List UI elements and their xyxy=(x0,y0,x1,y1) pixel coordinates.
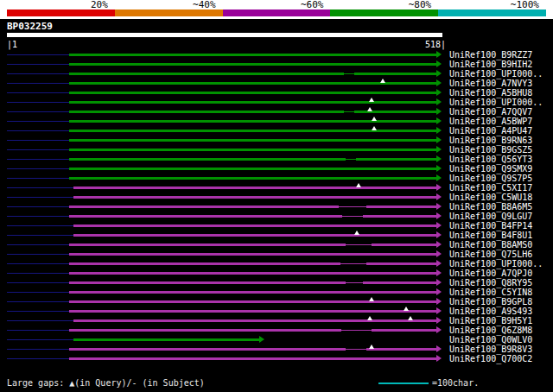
alignment-bar[interactable] xyxy=(69,177,436,180)
hit-label[interactable]: UniRef100_B9H5Y1 xyxy=(449,316,532,326)
alignment-bar[interactable] xyxy=(69,92,436,94)
alignment-direction-arrow-icon xyxy=(436,345,442,352)
alignment-row: UniRef100_Q0WLV0 xyxy=(0,335,553,345)
leader-line xyxy=(7,330,69,331)
alignment-bar[interactable] xyxy=(69,101,436,104)
alignment-bar[interactable] xyxy=(69,291,436,294)
alignment-bar[interactable] xyxy=(69,205,436,208)
alignment-bar[interactable] xyxy=(69,54,436,56)
alignment-direction-arrow-icon xyxy=(436,155,442,162)
alignment-bar[interactable] xyxy=(69,357,436,360)
query-gap-marker-icon xyxy=(404,307,409,311)
hit-label[interactable]: UniRef100_A5BHU8 xyxy=(449,88,532,98)
leader-line xyxy=(7,178,69,179)
hit-label[interactable]: UniRef100_A7NVY3 xyxy=(449,79,532,88)
hit-label[interactable]: UniRef100_Q6Z8M8 xyxy=(449,326,532,335)
hit-label[interactable]: UniRef100_Q0WLV0 xyxy=(449,335,532,345)
alignment-bar[interactable] xyxy=(69,149,436,151)
alignment-row: UniRef100_Q8RY95 xyxy=(0,278,553,288)
hit-label[interactable]: UniRef100_UPI000.. xyxy=(449,259,543,269)
alignment-row: UniRef100_A7QQV7 xyxy=(0,107,553,117)
alignment-row: UniRef100_B9GSZ5 xyxy=(0,145,553,155)
alignment-row: UniRef100_Q75LH6 xyxy=(0,250,553,259)
hit-label[interactable]: UniRef100_B9HIH2 xyxy=(449,60,532,69)
leader-line xyxy=(7,320,73,321)
alignment-direction-arrow-icon xyxy=(436,250,442,257)
hit-label[interactable]: UniRef100_A7QPJ0 xyxy=(449,269,532,278)
alignment-direction-arrow-icon xyxy=(436,355,442,362)
hit-label[interactable]: UniRef100_Q75LH6 xyxy=(449,250,532,259)
hit-label[interactable]: UniRef100_Q9SMX9 xyxy=(449,164,532,174)
hit-label[interactable]: UniRef100_A5BWP7 xyxy=(449,117,532,126)
hit-label[interactable]: UniRef100_A7QQV7 xyxy=(449,107,532,117)
hit-label[interactable]: UniRef100_B4F8U1 xyxy=(449,231,532,240)
hit-label[interactable]: UniRef100_B9GSZ5 xyxy=(449,145,532,155)
hit-label[interactable]: UniRef100_B9GPL8 xyxy=(449,297,532,307)
alignment-bar[interactable] xyxy=(69,139,436,142)
alignment-direction-arrow-icon xyxy=(436,288,442,295)
alignment-bar[interactable] xyxy=(69,262,436,265)
hit-label[interactable]: UniRef100_B4FP14 xyxy=(449,221,532,231)
alignment-bar[interactable] xyxy=(69,281,436,284)
hit-label[interactable]: UniRef100_A4PU47 xyxy=(449,126,532,136)
alignment-bar[interactable] xyxy=(73,196,436,199)
hit-label[interactable]: UniRef100_B8AMS0 xyxy=(449,240,532,250)
hit-label[interactable]: UniRef100_C5WU18 xyxy=(449,193,532,202)
alignment-bar[interactable] xyxy=(73,338,259,341)
query-gap-marker-icon xyxy=(367,316,372,320)
hit-label[interactable]: UniRef100_C5XI17 xyxy=(449,183,532,193)
alignment-direction-arrow-icon xyxy=(436,184,442,191)
alignment-bar[interactable] xyxy=(69,300,436,303)
subject-gap-segment xyxy=(342,215,363,218)
hit-label[interactable]: UniRef100_Q8RY95 xyxy=(449,278,532,288)
hit-label[interactable]: UniRef100_A9S493 xyxy=(449,307,532,316)
alignment-bar[interactable] xyxy=(73,224,436,227)
subject-gap-segment xyxy=(346,158,356,161)
alignment-bar[interactable] xyxy=(73,187,436,189)
subject-gap-segment xyxy=(344,73,354,75)
hit-label[interactable]: UniRef100_UPI000.. xyxy=(449,98,543,107)
alignment-bar[interactable] xyxy=(69,158,436,161)
alignment-bar[interactable] xyxy=(69,272,436,275)
key-label-100: ~100% xyxy=(438,0,546,9)
alignment-direction-arrow-icon xyxy=(436,193,442,200)
alignment-bar[interactable] xyxy=(69,168,436,170)
alignment-bar[interactable] xyxy=(69,215,436,218)
alignment-bar[interactable] xyxy=(69,130,436,132)
hit-label[interactable]: UniRef100_B9RN63 xyxy=(449,136,532,145)
hit-label[interactable]: UniRef100_B8A6M5 xyxy=(449,202,532,212)
query-title: BP032259 xyxy=(7,21,53,32)
alignment-bar[interactable] xyxy=(73,234,436,237)
leader-line xyxy=(7,235,73,236)
alignment-bar[interactable] xyxy=(69,73,436,75)
hit-label[interactable]: UniRef100_B9R8V3 xyxy=(449,345,532,354)
subject-gap-segment xyxy=(346,348,366,351)
hit-label[interactable]: UniRef100_C5YIN8 xyxy=(449,288,532,297)
leader-line xyxy=(7,358,69,359)
hit-label[interactable]: UniRef100_Q9LGU7 xyxy=(449,212,532,221)
alignment-bar[interactable] xyxy=(69,63,436,66)
alignment-bar[interactable] xyxy=(69,120,436,123)
hit-label[interactable]: UniRef100_Q56YT3 xyxy=(449,155,532,164)
alignment-bar[interactable] xyxy=(69,310,436,313)
alignment-direction-arrow-icon xyxy=(436,146,442,153)
hit-label[interactable]: UniRef100_B9RZZ7 xyxy=(449,50,532,60)
alignment-direction-arrow-icon xyxy=(436,70,442,77)
alignment-bar[interactable] xyxy=(69,253,436,256)
alignment-direction-arrow-icon xyxy=(436,136,442,143)
hit-label[interactable]: UniRef100_Q700C2 xyxy=(449,354,532,364)
alignment-row: UniRef100_A7NVY3 xyxy=(0,79,553,88)
alignment-bar[interactable] xyxy=(69,329,436,332)
leader-line xyxy=(7,121,69,122)
query-bar xyxy=(7,33,442,37)
subject-gap-segment xyxy=(339,205,366,208)
identity-color-key: 20% ~40% ~60% ~80% ~100% xyxy=(0,0,553,19)
alignment-bar[interactable] xyxy=(73,319,436,322)
alignment-direction-arrow-icon xyxy=(436,203,442,210)
hit-label[interactable]: UniRef100_Q9S7P5 xyxy=(449,174,532,183)
alignment-direction-arrow-icon xyxy=(259,336,264,343)
alignment-bar[interactable] xyxy=(69,111,436,113)
alignment-bar[interactable] xyxy=(69,243,436,246)
hit-label[interactable]: UniRef100_UPI000.. xyxy=(449,69,543,79)
alignment-bar[interactable] xyxy=(69,348,436,351)
